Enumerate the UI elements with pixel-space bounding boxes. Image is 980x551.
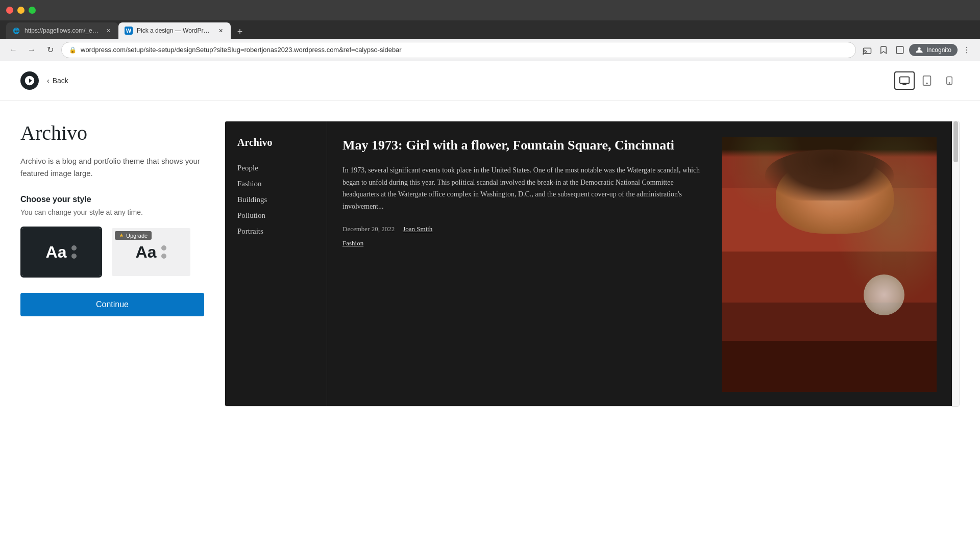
forward-nav-button[interactable]: → [24, 43, 39, 57]
back-label: Back [53, 77, 68, 85]
svg-point-5 [966, 49, 967, 50]
light-style-aa-label: Aa [136, 243, 157, 262]
tab-close-pageflows[interactable]: ✕ [104, 27, 112, 35]
preview-nav-pollution[interactable]: Pollution [237, 211, 314, 220]
browser-titlebar [0, 0, 980, 20]
preview-article: May 1973: Girl with a flower, Fountain S… [342, 137, 722, 392]
tablet-device-button[interactable] [917, 71, 937, 90]
close-window-btn[interactable] [6, 7, 13, 14]
dark-style-aa-label: Aa [46, 243, 67, 262]
tab-favicon-wordpress: W [125, 27, 133, 35]
window-toggle-icon[interactable] [893, 43, 907, 57]
preview-nav-fashion[interactable]: Fashion [237, 180, 314, 188]
dark-style-dots [71, 245, 77, 259]
dark-style-option[interactable]: Aa [20, 227, 102, 278]
incognito-label: Incognito [926, 46, 951, 54]
continue-button[interactable]: Continue [20, 293, 204, 316]
photo-hair [765, 149, 894, 201]
preview-post-date: December 20, 2022 [342, 225, 395, 233]
dot-light-2 [161, 254, 166, 259]
back-chevron-icon: ‹ [47, 77, 50, 85]
browser-toolbar: ← → ↻ 🔒 wordpress.com/setup/site-setup/d… [0, 39, 980, 61]
main-layout: Archivo Archivo is a blog and portfolio … [0, 101, 980, 551]
preview-featured-image [722, 137, 937, 392]
preview-nav-portraits[interactable]: Portraits [237, 227, 314, 236]
theme-preview: Archivo People Fashion Buildings Polluti… [225, 121, 952, 407]
preview-sidebar: Archivo People Fashion Buildings Polluti… [225, 121, 327, 407]
tab-title-pageflows: https://pageflows.com/_emails/ [24, 27, 100, 34]
svg-point-3 [918, 47, 921, 49]
desktop-device-button[interactable] [894, 71, 915, 90]
device-switcher [894, 71, 960, 90]
tab-wordpress[interactable]: W Pick a design — WordPress.com ✕ [118, 22, 231, 39]
back-nav-button[interactable]: ← [6, 43, 20, 57]
tab-close-wordpress[interactable]: ✕ [216, 27, 225, 35]
change-style-note: You can change your style at any time. [20, 208, 204, 216]
cast-icon[interactable] [860, 43, 874, 57]
preview-panel: Archivo People Fashion Buildings Polluti… [225, 121, 960, 407]
upgrade-label: Upgrade [126, 233, 148, 239]
window-controls [6, 7, 36, 14]
style-options: Aa Aa [20, 227, 204, 278]
preview-post-category[interactable]: Fashion [342, 239, 707, 247]
light-style-option[interactable]: Aa ★ Upgrade [110, 227, 192, 278]
minimize-window-btn[interactable] [17, 7, 24, 14]
preview-meta: December 20, 2022 Joan Smith [342, 225, 707, 233]
star-icon: ★ [119, 232, 124, 239]
page-content: ‹ Back Archivo Archivo is a blog and por… [0, 61, 980, 551]
svg-point-6 [966, 52, 967, 53]
choose-style-label: Choose your style [20, 195, 204, 204]
browser-chrome: 🌐 https://pageflows.com/_emails/ ✕ W Pic… [0, 0, 980, 61]
wp-logo [20, 71, 39, 90]
svg-point-9 [926, 83, 927, 84]
light-style-dots [161, 245, 166, 259]
scrollbar-track[interactable] [952, 121, 959, 406]
menu-icon[interactable] [960, 43, 974, 57]
theme-description: Archivo is a blog and portfolio theme th… [20, 155, 204, 180]
svg-rect-7 [900, 77, 909, 84]
address-bar[interactable]: 🔒 wordpress.com/setup/site-setup/designS… [61, 42, 856, 58]
toolbar-actions: Incognito [860, 43, 974, 57]
tabs-bar: 🌐 https://pageflows.com/_emails/ ✕ W Pic… [0, 20, 980, 39]
dot-1 [71, 245, 77, 251]
address-text: wordpress.com/setup/site-setup/designSet… [81, 46, 848, 54]
left-panel: Archivo Archivo is a blog and portfolio … [20, 121, 204, 316]
lock-icon: 🔒 [69, 46, 77, 54]
dot-2 [71, 254, 77, 259]
preview-nav-buildings[interactable]: Buildings [237, 195, 314, 204]
svg-rect-2 [897, 46, 904, 54]
preview-nav-people[interactable]: People [237, 164, 314, 172]
scrollbar-thumb[interactable] [953, 121, 958, 162]
tab-title-wordpress: Pick a design — WordPress.com [137, 27, 212, 34]
preview-body-text: In 1973, several significant events took… [342, 164, 707, 213]
preview-site-title: Archivo [237, 137, 314, 148]
preview-main: May 1973: Girl with a flower, Fountain S… [327, 121, 952, 407]
theme-name: Archivo [20, 121, 204, 145]
incognito-button[interactable]: Incognito [909, 44, 958, 56]
svg-point-11 [949, 83, 950, 84]
tab-pageflows[interactable]: 🌐 https://pageflows.com/_emails/ ✕ [6, 22, 118, 39]
upgrade-badge: ★ Upgrade [115, 231, 152, 240]
reload-button[interactable]: ↻ [43, 43, 57, 57]
svg-point-4 [966, 46, 967, 47]
mobile-device-button[interactable] [939, 71, 960, 90]
wp-setup-header: ‹ Back [0, 61, 980, 101]
tab-favicon-pageflows: 🌐 [12, 27, 20, 35]
bookmark-icon[interactable] [876, 43, 891, 57]
maximize-window-btn[interactable] [29, 7, 36, 14]
preview-nav: People Fashion Buildings Pollution Portr… [237, 164, 314, 236]
preview-post-author[interactable]: Joan Smith [403, 225, 432, 233]
dot-light-1 [161, 245, 166, 251]
preview-post-title: May 1973: Girl with a flower, Fountain S… [342, 137, 707, 154]
new-tab-button[interactable]: + [233, 24, 247, 39]
back-link[interactable]: ‹ Back [47, 77, 68, 85]
photo-flowers [864, 274, 904, 315]
svg-point-1 [863, 53, 864, 54]
